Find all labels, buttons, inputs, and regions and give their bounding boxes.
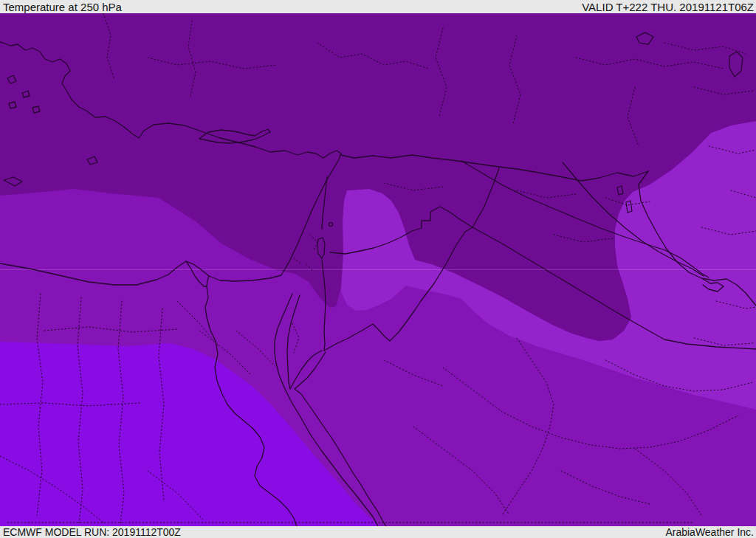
model-run-label: ECMWF MODEL RUN: 20191112T00Z [3,527,181,537]
latitude-gridline [0,269,756,270]
page-title: Temperature at 250 hPa [3,1,122,13]
valid-time-label: VALID T+222 THU. 20191121T06Z [582,1,754,13]
header-bar: Temperature at 250 hPa VALID T+222 THU. … [0,0,756,13]
provider-label: ArabiaWeather Inc. [665,527,754,537]
footer-bar: ECMWF MODEL RUN: 20191112T00Z ArabiaWeat… [0,526,756,538]
weather-map-screenshot: { "header": { "title": "Temperature at 2… [0,0,756,538]
map-canvas [0,13,756,526]
